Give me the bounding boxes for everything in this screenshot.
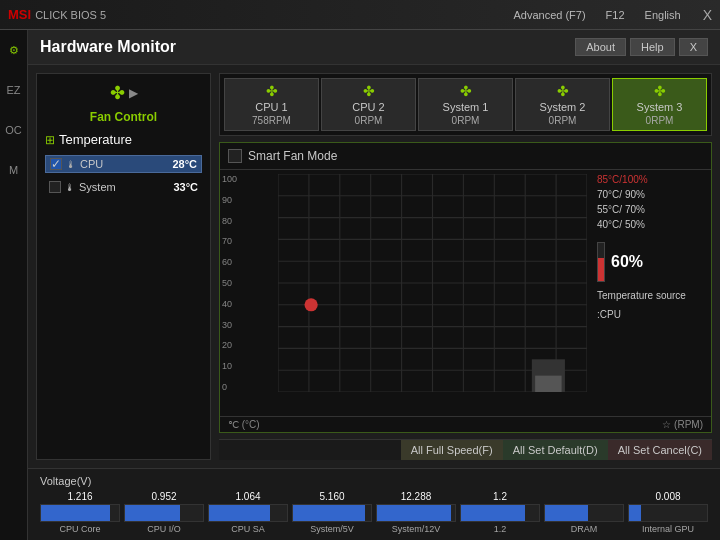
voltage-bar-fill-3 [293, 505, 365, 521]
fan-tab-rpm-cpu2: 0RPM [355, 115, 383, 126]
percent-bar [597, 242, 605, 282]
legend-85-text: 85°C/100% [597, 174, 648, 185]
temperature-section: ⊞ Temperature ✓ 🌡 CPU 28°C 🌡 System 33°C [45, 132, 202, 201]
voltage-bar-fill-1 [125, 505, 180, 521]
y-label-80: 80 [222, 216, 237, 226]
sidebar-icon-ez[interactable]: EZ [4, 80, 24, 100]
y-label-60: 60 [222, 257, 237, 267]
voltage-name-3: System/5V [310, 524, 354, 534]
sidebar-icon-hw[interactable]: ⚙ [4, 40, 24, 60]
voltage-bar-fill-0 [41, 505, 110, 521]
main-layout: ⚙ EZ OC M Hardware Monitor About Help X … [0, 30, 720, 540]
legend-40: 40°C/ 50% [597, 219, 705, 230]
percent-fill [598, 258, 604, 281]
voltage-item-6: DRAM [544, 502, 624, 534]
fan-tab-name-cpu2: CPU 2 [352, 101, 384, 113]
voltage-name-0: CPU Core [59, 524, 100, 534]
voltage-bar-fill-4 [377, 505, 451, 521]
voltage-bar-7 [628, 504, 708, 522]
temp-row-cpu[interactable]: ✓ 🌡 CPU 28°C [45, 155, 202, 173]
voltage-item-1: 0.952 CPU I/O [124, 491, 204, 534]
chart-header: Smart Fan Mode [220, 143, 711, 170]
y-label-10: 10 [222, 361, 237, 371]
temp-row-system[interactable]: 🌡 System 33°C [45, 179, 202, 195]
fan-tab-name-sys1: System 1 [443, 101, 489, 113]
fan-tab-name-cpu1: CPU 1 [255, 101, 287, 113]
fan-tab-rpm-sys1: 0RPM [452, 115, 480, 126]
fan-icon: ✤ [110, 82, 125, 104]
fan-symbol-sys1: ✤ [460, 83, 472, 99]
fan-symbol-cpu2: ✤ [363, 83, 375, 99]
fan-symbol-sys3: ✤ [654, 83, 666, 99]
main-content: Hardware Monitor About Help X ✤ ▶ Fan Co… [28, 30, 720, 540]
legend-55: 55°C/ 70% [597, 204, 705, 215]
fan-tab-cpu1[interactable]: ✤ CPU 1 758RPM [224, 78, 319, 131]
about-button[interactable]: About [575, 38, 626, 56]
chart-right-panel: 85°C/100% 70°C/ 90% 55°C/ 70% 40°C/ 50% [591, 170, 711, 416]
hw-close-button[interactable]: X [679, 38, 708, 56]
temp-header: ⊞ Temperature [45, 132, 202, 147]
legend-70: 70°C/ 90% [597, 189, 705, 200]
temp-source-value: :CPU [597, 309, 705, 320]
fan-symbol-sys2: ✤ [557, 83, 569, 99]
fan-icon-area: ✤ ▶ [110, 82, 138, 104]
cpu-checkbox[interactable]: ✓ [50, 158, 62, 170]
voltage-value-7: 0.008 [655, 491, 680, 502]
voltage-bar-1 [124, 504, 204, 522]
cpu-temp-icon: 🌡 [66, 159, 76, 170]
sidebar-icon-oc[interactable]: OC [4, 120, 24, 140]
sys-temp-value: 33°C [173, 181, 198, 193]
lang-item[interactable]: English [639, 7, 687, 23]
voltage-title: Voltage(V) [40, 475, 708, 487]
voltage-name-2: CPU SA [231, 524, 265, 534]
y-label-40: 40 [222, 299, 237, 309]
top-nav: Advanced (F7) F12 English X [507, 7, 712, 23]
cpu-temp-name: CPU [80, 158, 168, 170]
fan-tab-cpu2[interactable]: ✤ CPU 2 0RPM [321, 78, 416, 131]
y-label-70: 70 [222, 236, 237, 246]
voltage-value-1: 0.952 [151, 491, 176, 502]
percent-display: 60% [597, 242, 705, 282]
msi-logo: MSI [8, 7, 31, 22]
voltage-bar-4 [376, 504, 456, 522]
all-set-default-button[interactable]: All Set Default(D) [503, 440, 608, 460]
smart-fan-checkbox[interactable] [228, 149, 242, 163]
fan-tab-sys3[interactable]: ✤ System 3 0RPM [612, 78, 707, 131]
fan-tab-name-sys3: System 3 [637, 101, 683, 113]
fan-tabs: ✤ CPU 1 758RPM ✤ CPU 2 0RPM ✤ System 1 0… [219, 73, 712, 136]
voltage-bars: 1.216 CPU Core 0.952 CPU I/O 1.064 CPU S… [40, 491, 708, 534]
title-bar: MSI CLICK BIOS 5 Advanced (F7) F12 Engli… [0, 0, 720, 30]
f12-item[interactable]: F12 [600, 7, 631, 23]
all-set-cancel-button[interactable]: All Set Cancel(C) [608, 440, 712, 460]
voltage-bar-fill-7 [629, 505, 641, 521]
help-button[interactable]: Help [630, 38, 675, 56]
sys-temp-name: System [79, 181, 169, 193]
left-sidebar: ⚙ EZ OC M [0, 30, 28, 540]
voltage-name-1: CPU I/O [147, 524, 181, 534]
chart-svg [278, 174, 587, 392]
y-label-20: 20 [222, 340, 237, 350]
y-label-30: 30 [222, 320, 237, 330]
voltage-item-3: 5.160 System/5V [292, 491, 372, 534]
voltage-name-5: 1.2 [494, 524, 507, 534]
voltage-value-2: 1.064 [235, 491, 260, 502]
x-axis-label: ℃ (°C) [228, 419, 260, 430]
voltage-item-0: 1.216 CPU Core [40, 491, 120, 534]
system-checkbox[interactable] [49, 181, 61, 193]
chart-canvas: 100 90 80 70 60 50 40 30 20 10 0 [220, 170, 591, 416]
voltage-bar-5 [460, 504, 540, 522]
fan-tab-sys1[interactable]: ✤ System 1 0RPM [418, 78, 513, 131]
voltage-section: Voltage(V) 1.216 CPU Core 0.952 CPU I/O … [28, 468, 720, 540]
advanced-mode[interactable]: Advanced (F7) [507, 7, 591, 23]
fan-tab-sys2[interactable]: ✤ System 2 0RPM [515, 78, 610, 131]
content-area: ✤ ▶ Fan Control ⊞ Temperature ✓ 🌡 CPU 28… [28, 65, 720, 468]
voltage-name-4: System/12V [392, 524, 441, 534]
legend-85: 85°C/100% [597, 174, 705, 185]
fan-tab-rpm-cpu1: 758RPM [252, 115, 291, 126]
chart-footer: ℃ (°C) ☆ (RPM) [220, 416, 711, 432]
voltage-bar-fill-6 [545, 505, 588, 521]
hw-monitor-title: Hardware Monitor [40, 38, 176, 56]
sidebar-icon-m2[interactable]: M [4, 160, 24, 180]
all-full-speed-button[interactable]: All Full Speed(F) [401, 440, 503, 460]
window-close-button[interactable]: X [703, 7, 712, 23]
